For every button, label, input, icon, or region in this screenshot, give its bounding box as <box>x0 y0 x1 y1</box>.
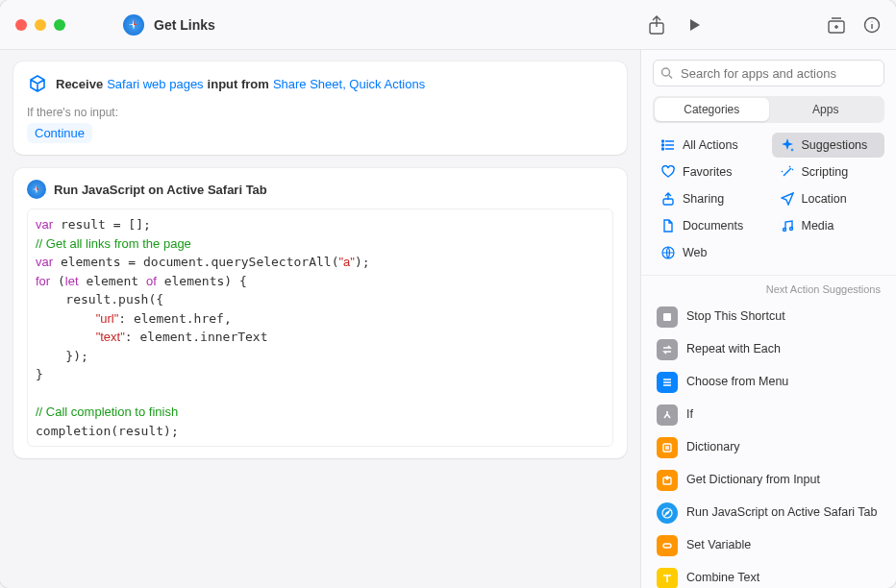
no-input-label: If there's no input: <box>27 106 613 119</box>
play-icon[interactable] <box>686 17 702 33</box>
suggestion-label: Choose from Menu <box>686 375 788 390</box>
zoom-window-button[interactable] <box>54 19 65 31</box>
category-label: Documents <box>683 219 743 233</box>
category-location[interactable]: Location <box>772 186 885 211</box>
category-label: Web <box>683 246 707 259</box>
suggestion-label: If <box>686 407 693 423</box>
sparkle-icon <box>780 137 795 153</box>
receive-input-type[interactable]: Safari web pages <box>107 77 203 91</box>
title-group: Get Links <box>123 14 215 36</box>
info-icon[interactable] <box>863 16 881 34</box>
editor-canvas[interactable]: Receive Safari web pages input from Shar… <box>0 50 640 588</box>
heart-icon <box>660 164 676 180</box>
suggestion-run-javascript-on-active-safari-tab[interactable]: Run JavaScript on Active Safari Tab <box>649 497 888 529</box>
suggestion-label: Run JavaScript on Active Safari Tab <box>686 505 878 521</box>
toolbar-center-actions <box>648 15 702 35</box>
suggestion-set-variable[interactable]: Set Variable <box>649 529 888 562</box>
doc-icon <box>660 218 676 233</box>
wand-icon <box>780 164 795 180</box>
text-icon <box>657 568 678 588</box>
titlebar: Get Links <box>0 0 896 50</box>
share-icon[interactable] <box>648 15 665 35</box>
no-input-action[interactable]: Continue <box>27 123 92 143</box>
run-javascript-action-card[interactable]: Run JavaScript on Active Safari Tab var … <box>13 168 627 458</box>
minimize-window-button[interactable] <box>35 19 46 31</box>
suggestion-repeat-with-each[interactable]: Repeat with Each <box>649 333 888 366</box>
actions-sidebar: Categories Apps All ActionsSuggestionsFa… <box>640 50 896 588</box>
toolbar-right-actions <box>827 16 881 34</box>
dict-icon <box>657 437 678 458</box>
suggestion-label: Combine Text <box>686 571 759 586</box>
safari-action-icon <box>27 180 46 199</box>
category-label: Location <box>802 192 847 206</box>
app-window: Get Links Receive Safari web pages input… <box>0 0 896 588</box>
suggestion-label: Stop This Shortcut <box>686 309 785 325</box>
search-icon <box>660 67 673 80</box>
svg-point-8 <box>783 229 785 232</box>
suggestion-if[interactable]: If <box>649 399 888 431</box>
category-all-actions[interactable]: All Actions <box>653 133 766 158</box>
suggestion-label: Dictionary <box>686 440 740 455</box>
window-title: Get Links <box>154 17 215 33</box>
category-label: Media <box>802 219 834 233</box>
suggestion-choose-from-menu[interactable]: Choose from Menu <box>649 366 888 399</box>
tab-categories[interactable]: Categories <box>655 98 769 121</box>
loc-icon <box>780 191 795 207</box>
suggestion-get-dictionary-from-input[interactable]: Get Dictionary from Input <box>649 464 888 497</box>
category-label: Scripting <box>802 165 849 179</box>
receive-sources[interactable]: Share Sheet, Quick Actions <box>273 77 425 91</box>
category-label: Sharing <box>683 192 724 206</box>
svg-rect-12 <box>663 444 671 452</box>
menu-icon <box>657 372 678 393</box>
category-web[interactable]: Web <box>653 240 766 265</box>
suggestions-header: Next Action Suggestions <box>641 275 896 301</box>
svg-point-6 <box>662 148 664 150</box>
svg-point-9 <box>789 228 792 231</box>
category-label: Suggestions <box>802 138 868 152</box>
category-grid: All ActionsSuggestionsFavoritesScripting… <box>641 133 896 275</box>
action-title: Run JavaScript on Active Safari Tab <box>54 183 267 197</box>
receive-label: Receive <box>56 77 103 91</box>
category-sharing[interactable]: Sharing <box>653 186 766 211</box>
svg-rect-11 <box>663 313 671 321</box>
tab-apps[interactable]: Apps <box>769 98 884 121</box>
sidebar-segment-control[interactable]: Categories Apps <box>653 96 884 123</box>
suggestion-label: Repeat with Each <box>686 342 781 357</box>
library-icon[interactable] <box>827 16 846 34</box>
receive-from-label: input from <box>208 77 269 91</box>
suggestion-label: Set Variable <box>686 538 751 553</box>
category-suggestions[interactable]: Suggestions <box>772 133 885 158</box>
category-favorites[interactable]: Favorites <box>653 159 766 184</box>
svg-point-3 <box>662 68 670 76</box>
category-documents[interactable]: Documents <box>653 213 766 238</box>
suggestion-stop-this-shortcut[interactable]: Stop This Shortcut <box>649 301 888 333</box>
svg-point-4 <box>662 140 664 142</box>
globe-icon <box>660 245 676 260</box>
suggestion-label: Get Dictionary from Input <box>686 473 820 488</box>
category-label: Favorites <box>683 165 732 179</box>
traffic-lights <box>15 19 65 31</box>
svg-rect-15 <box>663 544 671 548</box>
safari-icon <box>657 502 678 524</box>
suggestion-dictionary[interactable]: Dictionary <box>649 431 888 464</box>
category-label: All Actions <box>683 138 738 152</box>
svg-point-5 <box>662 144 664 146</box>
shortcut-icon <box>123 14 144 36</box>
branch-icon <box>657 404 678 426</box>
receive-icon <box>27 73 48 94</box>
stop-icon <box>657 306 678 328</box>
suggestions-list: Stop This ShortcutRepeat with EachChoose… <box>641 301 896 588</box>
var-icon <box>657 535 678 556</box>
suggestion-combine-text[interactable]: Combine Text <box>649 562 888 588</box>
workspace: Receive Safari web pages input from Shar… <box>0 50 896 588</box>
javascript-code-editor[interactable]: var result = []; // Get all links from t… <box>27 208 613 447</box>
category-scripting[interactable]: Scripting <box>772 159 885 184</box>
list-icon <box>660 137 676 153</box>
dictin-icon <box>657 470 678 491</box>
category-media[interactable]: Media <box>772 213 885 238</box>
close-window-button[interactable] <box>15 19 27 31</box>
share-icon <box>660 191 676 207</box>
receive-input-card[interactable]: Receive Safari web pages input from Shar… <box>13 61 627 155</box>
repeat-icon <box>657 339 678 360</box>
search-input[interactable] <box>653 60 884 86</box>
